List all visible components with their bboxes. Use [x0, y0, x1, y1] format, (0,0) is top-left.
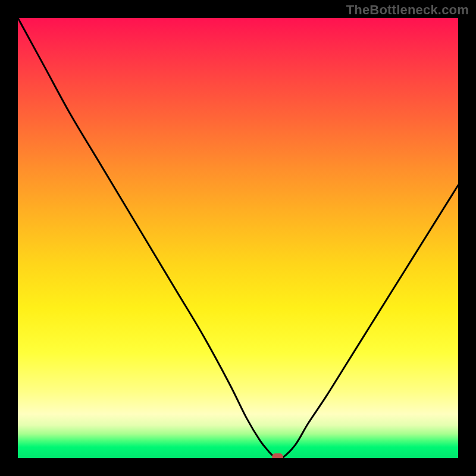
- chart-frame: TheBottleneck.com: [0, 0, 476, 476]
- watermark-text: TheBottleneck.com: [346, 2, 469, 18]
- bottleneck-curve: [18, 18, 458, 458]
- plot-area: [18, 18, 458, 458]
- optimal-marker: [273, 453, 283, 458]
- curve-path: [18, 18, 458, 458]
